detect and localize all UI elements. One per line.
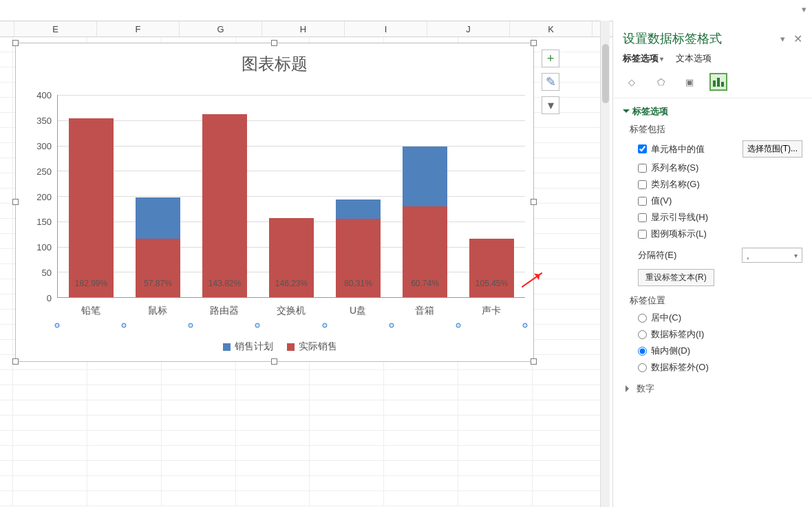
bar-group[interactable]: 80.31% <box>325 95 392 297</box>
y-tick: 250 <box>36 166 52 176</box>
radio-outside-end[interactable] <box>638 363 647 372</box>
chart-options-icon[interactable] <box>709 73 727 91</box>
column-header[interactable]: I <box>345 21 427 36</box>
data-label[interactable]: 80.31% <box>344 279 372 288</box>
tab-text-options[interactable]: 文本选项 <box>676 52 712 65</box>
x-tick-label: 铅笔 <box>57 303 124 317</box>
chart-styles-button[interactable]: ✎ <box>542 73 559 91</box>
resize-handle[interactable] <box>12 358 19 365</box>
x-tick-label: 音箱 <box>392 303 458 317</box>
bar-group[interactable]: 57.87% <box>125 95 191 297</box>
select-range-button[interactable]: 选择范围(T)... <box>742 140 802 158</box>
tab-label-options[interactable]: 标签选项▾ <box>623 52 663 65</box>
column-header[interactable]: G <box>180 21 262 36</box>
y-tick: 50 <box>42 268 52 278</box>
data-label[interactable]: 57.87% <box>144 279 172 288</box>
chart-filter-button[interactable]: ▾ <box>542 96 559 114</box>
data-label[interactable]: 60.74% <box>411 279 439 288</box>
section-label-options[interactable]: 标签选项 <box>623 105 802 118</box>
chart-title[interactable]: 图表标题 <box>16 53 533 75</box>
radio-inside-base-label: 轴内侧(D) <box>651 345 690 357</box>
x-tick-label: U盘 <box>325 303 392 317</box>
expand-icon <box>623 109 630 116</box>
y-tick: 0 <box>47 293 52 303</box>
column-header[interactable]: K <box>510 21 592 36</box>
chk-legend-key[interactable] <box>638 230 647 239</box>
label-position-header: 标签位置 <box>630 294 802 307</box>
ribbon-collapse-icon[interactable]: ▾ <box>802 4 806 14</box>
separator-value: , <box>747 250 749 261</box>
legend-label-plan: 销售计划 <box>235 341 273 352</box>
scroll-thumb[interactable] <box>602 44 609 103</box>
bar-group[interactable]: 143.82% <box>191 95 258 297</box>
bar-group[interactable]: 146.23% <box>258 95 325 297</box>
data-label[interactable]: 143.82% <box>209 279 241 288</box>
chk-category-name[interactable] <box>638 180 647 189</box>
separator-select[interactable]: ,▾ <box>742 248 802 263</box>
radio-inside-base[interactable] <box>638 347 647 356</box>
x-axis-labels: 铅笔鼠标路由器交换机U盘音箱声卡 <box>57 303 525 317</box>
bar-group[interactable]: 105.45% <box>458 95 525 297</box>
y-tick: 150 <box>36 217 52 227</box>
resize-handle[interactable] <box>12 40 19 46</box>
chk-show-leader-label: 显示引导线(H) <box>651 211 708 224</box>
radio-outside-end-label: 数据标签外(O) <box>651 361 709 374</box>
x-tick-label: 路由器 <box>191 303 257 317</box>
resize-handle[interactable] <box>271 40 277 46</box>
column-header[interactable]: J <box>427 21 510 36</box>
section-number-label: 数字 <box>637 382 654 395</box>
legend[interactable]: 销售计划 实际销售 <box>16 341 533 353</box>
expand-icon <box>626 385 632 392</box>
radio-center[interactable] <box>638 314 647 323</box>
column-header[interactable]: E <box>14 21 97 36</box>
x-tick-label: 交换机 <box>257 303 324 317</box>
chk-value[interactable] <box>638 197 647 206</box>
resize-handle[interactable] <box>271 358 277 365</box>
resize-handle[interactable] <box>531 199 537 205</box>
svg-rect-0 <box>713 80 716 87</box>
brush-icon: ✎ <box>546 74 556 89</box>
y-tick: 350 <box>36 115 52 125</box>
reset-label-text-button[interactable]: 重设标签文本(R) <box>638 269 714 286</box>
chevron-down-icon: ▾ <box>794 252 798 259</box>
chart-object[interactable]: 图表标题 050100150200250300350400 182.99%57.… <box>15 43 534 362</box>
y-tick: 400 <box>36 90 52 100</box>
chk-series-name[interactable] <box>638 164 647 173</box>
bar-group[interactable]: 60.74% <box>392 95 458 297</box>
x-tick-label: 声卡 <box>458 303 525 317</box>
pane-close-button[interactable]: ✕ <box>791 32 805 45</box>
legend-label-actual: 实际销售 <box>299 341 337 352</box>
data-label[interactable]: 146.23% <box>275 279 308 288</box>
resize-handle[interactable] <box>12 199 19 205</box>
section-number[interactable]: 数字 <box>623 376 802 398</box>
svg-rect-2 <box>721 82 724 87</box>
x-tick-label: 鼠标 <box>124 303 191 317</box>
chk-cell-value[interactable] <box>638 144 647 153</box>
y-axis: 050100150200250300350400 <box>30 95 54 298</box>
pane-title: 设置数据标签格式 <box>623 30 780 47</box>
resize-handle[interactable] <box>531 40 537 46</box>
chk-show-leader[interactable] <box>638 213 647 222</box>
bar-group[interactable]: 182.99% <box>58 95 125 297</box>
pane-options-dropdown[interactable]: ▾ <box>780 34 785 44</box>
svg-rect-1 <box>717 78 720 87</box>
data-label[interactable]: 105.45% <box>476 279 508 288</box>
chart-elements-button[interactable]: + <box>542 50 559 67</box>
chevron-down-icon: ▾ <box>660 55 663 63</box>
radio-inside-end[interactable] <box>638 330 647 339</box>
radio-inside-end-label: 数据标签内(I) <box>651 328 704 341</box>
chk-category-name-label: 类别名称(G) <box>651 178 700 191</box>
fill-icon[interactable]: ◇ <box>623 73 641 91</box>
separator-label: 分隔符(E) <box>638 249 676 261</box>
plot-area[interactable]: 050100150200250300350400 182.99%57.87%14… <box>30 95 525 313</box>
tab-label: 标签选项 <box>623 53 659 63</box>
effects-icon[interactable]: ⬠ <box>652 73 670 91</box>
resize-handle[interactable] <box>531 358 537 365</box>
column-header[interactable]: F <box>97 21 180 36</box>
data-label[interactable]: 182.99% <box>75 279 107 288</box>
column-header[interactable]: H <box>262 21 345 36</box>
vertical-scrollbar[interactable] <box>600 21 610 507</box>
y-tick: 300 <box>36 140 52 151</box>
size-icon[interactable]: ▣ <box>681 73 698 91</box>
radio-center-label: 居中(C) <box>651 312 681 324</box>
